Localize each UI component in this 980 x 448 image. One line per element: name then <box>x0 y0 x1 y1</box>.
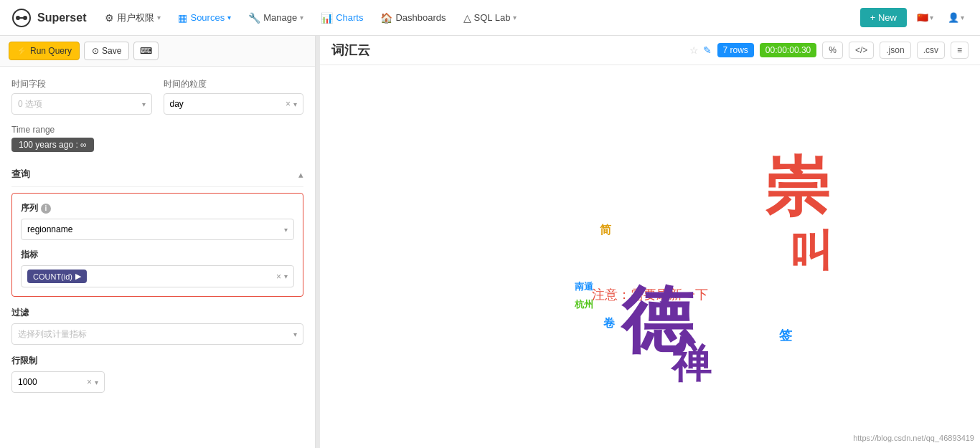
chart-title-icons: ☆ ✎ <box>689 44 712 56</box>
filter-select[interactable]: 选择列或计量指标 ▾ <box>11 323 303 345</box>
metric-arrow-icon: ▶ <box>75 272 81 281</box>
nav-right: + New 🇨🇳 ▾ 👤 ▾ <box>860 8 969 27</box>
chart-toolbar: 词汇云 ☆ ✎ 7 rows 00:00:00.30 % </> .json .… <box>320 36 980 65</box>
metric-label-row: 指标 <box>21 249 294 261</box>
time-field-select[interactable]: 0 选项 ▾ <box>11 93 152 115</box>
column-label-row: 序列 i <box>21 202 294 214</box>
time-granularity-label: 时间的粒度 <box>164 78 304 90</box>
column-value: regionname <box>27 224 72 234</box>
word-cloud-word: 南遁 <box>575 280 593 293</box>
save-icon: ⊙ <box>92 46 99 56</box>
row-limit-label-row: 行限制 <box>11 355 303 367</box>
json-button[interactable]: .json <box>880 42 910 59</box>
menu-button[interactable]: ≡ <box>951 42 969 59</box>
csv-button[interactable]: .csv <box>917 42 945 59</box>
clear-icon[interactable]: × <box>286 99 291 109</box>
sqllab-icon: △ <box>463 12 471 24</box>
metric-field-group: 指标 COUNT(id) ▶ × ▾ <box>21 249 294 287</box>
nav-sqllab-label: SQL Lab <box>474 12 511 23</box>
panel-content: 时间字段 0 选项 ▾ 时间的粒度 day × ▾ <box>0 67 315 414</box>
word-cloud-word: 禅 <box>672 338 711 391</box>
flag-icon: 🇨🇳 <box>917 12 928 23</box>
nav-dashboards-label: Dashboards <box>395 12 446 23</box>
right-panel: 词汇云 ☆ ✎ 7 rows 00:00:00.30 % </> .json .… <box>320 36 980 448</box>
metric-value: COUNT(id) <box>33 272 72 281</box>
brand-logo-icon <box>11 8 32 28</box>
query-section: 序列 i regionname ▾ 指标 <box>11 193 303 297</box>
nav-sqllab[interactable]: △ SQL Lab ▾ <box>456 8 524 28</box>
row-limit-section: 行限制 1000 × ▾ <box>11 355 303 393</box>
manage-icon: 🔧 <box>248 12 260 24</box>
keyboard-button[interactable]: ⌨ <box>133 42 159 60</box>
time-field-placeholder: 0 选项 <box>18 98 42 110</box>
star-icon[interactable]: ☆ <box>689 44 699 56</box>
dropdown-arrow-icon: ▾ <box>293 330 297 338</box>
metric-tag[interactable]: COUNT(id) ▶ <box>27 270 87 283</box>
time-range-label: Time range <box>11 125 303 135</box>
main-layout: ⚡ Run Query ⊙ Save ⌨ 时间字段 0 选项 ▾ <box>0 36 980 448</box>
time-range-badge[interactable]: 100 years ago : ∞ <box>11 138 94 152</box>
chart-title-text: 词汇云 <box>331 43 370 57</box>
nav-manage[interactable]: 🔧 Manage ▾ <box>241 8 311 28</box>
word-cloud-word: 签 <box>779 327 792 344</box>
word-cloud: 注意：需要刷新一下 https://blog.csdn.net/qq_46893… <box>320 65 980 448</box>
brand-name: Superset <box>37 11 86 24</box>
word-cloud-word: 叫 <box>790 223 833 281</box>
word-cloud-word: 杭州 <box>575 298 593 311</box>
time-granularity-value: day <box>170 99 184 109</box>
filter-label: 过滤 <box>11 307 29 319</box>
clear-metric-icon[interactable]: × <box>276 272 281 282</box>
nav-charts[interactable]: 📊 Charts <box>314 8 370 28</box>
column-select[interactable]: regionname ▾ <box>21 219 294 240</box>
clear-row-limit-icon[interactable]: × <box>87 377 92 387</box>
dropdown-arrow-icon: ▾ <box>293 100 297 108</box>
metric-label: 指标 <box>21 249 38 261</box>
edit-icon[interactable]: ✎ <box>703 44 712 56</box>
time-fields-row: 时间字段 0 选项 ▾ 时间的粒度 day × ▾ <box>11 78 303 115</box>
collapse-icon[interactable]: ▴ <box>298 169 303 180</box>
row-limit-select[interactable]: 1000 × ▾ <box>11 371 105 393</box>
nav-permissions[interactable]: ⚙ 用户权限 ▾ <box>98 7 168 29</box>
nav-sources[interactable]: ▦ Sources ▾ <box>171 8 238 28</box>
row-limit-value: 1000 <box>18 377 37 387</box>
column-info-icon[interactable]: i <box>41 204 51 214</box>
watermark-text: https://blog.csdn.net/qq_46893419 <box>853 434 974 442</box>
language-selector[interactable]: 🇨🇳 ▾ <box>913 9 938 26</box>
dropdown-arrow-icon: ▾ <box>284 272 288 280</box>
save-button[interactable]: ⊙ Save <box>84 42 129 60</box>
time-range-value: 100 years ago : ∞ <box>19 140 87 150</box>
user-menu[interactable]: 👤 ▾ <box>943 9 969 26</box>
time-range-group: Time range 100 years ago : ∞ <box>11 125 303 152</box>
row-limit-label: 行限制 <box>11 355 37 367</box>
word-cloud-word: 简 <box>600 223 611 238</box>
column-label: 序列 <box>21 202 38 214</box>
charts-icon: 📊 <box>321 12 333 24</box>
run-query-label: Run Query <box>30 46 72 56</box>
percent-button[interactable]: % <box>822 42 843 59</box>
left-panel: ⚡ Run Query ⊙ Save ⌨ 时间字段 0 选项 ▾ <box>0 36 316 448</box>
time-granularity-group: 时间的粒度 day × ▾ <box>164 78 304 115</box>
new-button[interactable]: + New <box>860 8 907 27</box>
word-cloud-word: 崇 <box>765 144 829 232</box>
column-field-group: 序列 i regionname ▾ <box>21 202 294 240</box>
lightning-icon: ⚡ <box>17 46 27 56</box>
time-field-label: 时间字段 <box>11 78 152 90</box>
filter-section: 过滤 选择列或计量指标 ▾ <box>11 307 303 345</box>
navbar: Superset ⚙ 用户权限 ▾ ▦ Sources ▾ 🔧 Manage ▾… <box>0 0 980 36</box>
query-toolbar: ⚡ Run Query ⊙ Save ⌨ <box>0 36 315 67</box>
dropdown-arrow-icon: ▾ <box>284 226 288 234</box>
chevron-down-icon: ▾ <box>157 14 161 22</box>
nav-permissions-label: 用户权限 <box>117 11 154 24</box>
flag-chevron-icon: ▾ <box>930 14 933 22</box>
code-button[interactable]: </> <box>849 42 874 59</box>
chevron-down-icon: ▾ <box>300 14 303 22</box>
time-granularity-select[interactable]: day × ▾ <box>164 93 304 115</box>
query-section-title: 查询 <box>11 168 30 181</box>
dashboards-icon: 🏠 <box>380 12 392 24</box>
metric-select[interactable]: COUNT(id) ▶ × ▾ <box>21 265 294 287</box>
run-query-button[interactable]: ⚡ Run Query <box>9 42 80 60</box>
chart-content: 注意：需要刷新一下 https://blog.csdn.net/qq_46893… <box>320 65 980 448</box>
filter-placeholder: 选择列或计量指标 <box>18 328 87 340</box>
word-cloud-word: 卷 <box>603 316 615 331</box>
nav-dashboards[interactable]: 🏠 Dashboards <box>373 8 453 28</box>
